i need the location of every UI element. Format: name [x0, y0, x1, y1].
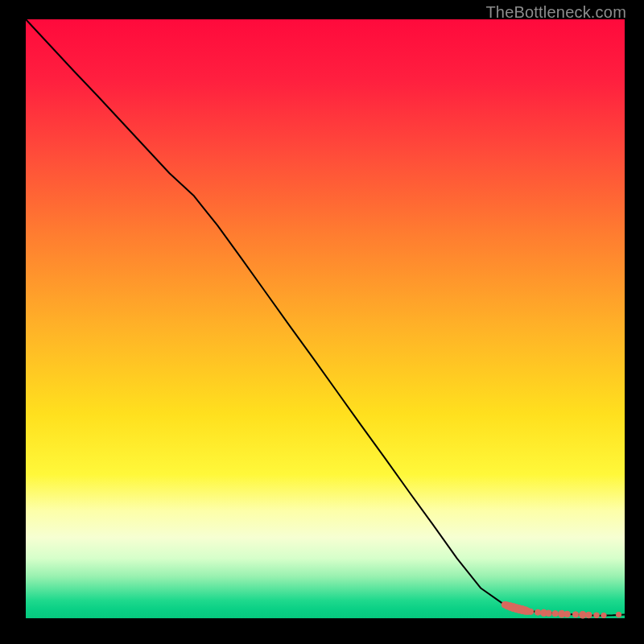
data-marker [572, 612, 578, 617]
data-marker [552, 611, 558, 617]
data-marker [594, 613, 600, 618]
bottleneck-curve [26, 19, 625, 616]
data-marker [535, 609, 541, 615]
data-marker [586, 612, 592, 618]
data-marker [616, 612, 621, 617]
chart-stage: TheBottleneck.com [0, 0, 644, 644]
data-marker [601, 613, 606, 617]
marker-group [502, 601, 621, 618]
chart-overlay [26, 19, 625, 618]
data-marker [564, 611, 571, 617]
data-marker [528, 609, 534, 614]
data-marker [546, 610, 552, 617]
data-marker [580, 611, 587, 618]
